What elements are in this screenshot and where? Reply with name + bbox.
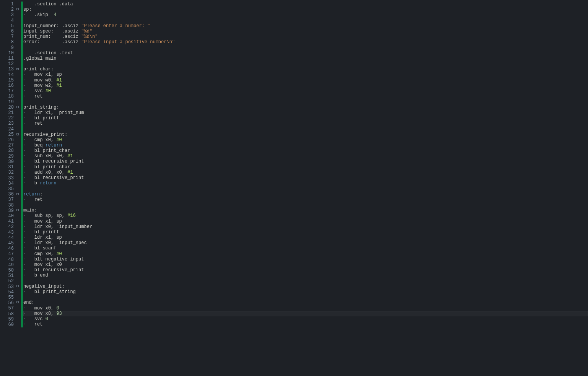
line-number[interactable]: 41 <box>2 219 14 224</box>
line-number[interactable]: 17 <box>2 88 14 94</box>
code-line[interactable]: · mov w0, #1 <box>23 78 588 83</box>
code-line[interactable]: · bl print_char <box>23 164 588 170</box>
code-line[interactable]: · bl recursive_print <box>23 159 588 164</box>
code-line[interactable] <box>23 18 588 23</box>
line-number[interactable]: 47 <box>2 251 14 257</box>
code-line[interactable]: · ret <box>23 94 588 99</box>
line-number[interactable]: 29 <box>2 154 14 159</box>
code-line[interactable] <box>23 202 588 208</box>
fold-column[interactable]: ⊟⊟⊟⊟⊟⊟⊟⊟ <box>16 0 21 376</box>
code-line[interactable]: · blt negative_input <box>23 257 588 262</box>
code-line[interactable]: · bl printf <box>23 230 588 235</box>
code-line[interactable]: · ret <box>23 322 588 327</box>
line-number[interactable]: 20 <box>2 105 14 110</box>
line-number[interactable]: 51 <box>2 273 14 278</box>
line-number[interactable]: 12 <box>2 61 14 67</box>
code-line[interactable]: error: .asciz "Please input a positive n… <box>23 39 588 45</box>
code-line[interactable]: · mov x1, sp <box>23 219 588 224</box>
code-line[interactable]: recursive_print: <box>23 132 588 137</box>
code-line[interactable] <box>23 278 588 284</box>
line-number[interactable]: 57 <box>2 306 14 311</box>
line-number[interactable]: 52 <box>2 278 14 284</box>
code-line[interactable] <box>23 61 588 67</box>
code-line[interactable]: · bl print_char <box>23 148 588 153</box>
line-number[interactable]: 25 <box>2 132 14 137</box>
line-number[interactable]: 54 <box>2 290 14 295</box>
line-number[interactable]: 23 <box>2 121 14 126</box>
code-line[interactable]: · ldr x0, =input_number <box>23 224 588 230</box>
code-line[interactable]: · mov x0, 0 <box>23 306 588 311</box>
line-number[interactable]: 14 <box>2 72 14 78</box>
code-line[interactable]: · ret <box>23 197 588 202</box>
line-number[interactable]: 18 <box>2 94 14 99</box>
line-number[interactable]: 7 <box>2 34 14 39</box>
line-number[interactable]: 49 <box>2 262 14 268</box>
code-area[interactable]: .section .datasp:· .skip 4 input_number:… <box>23 0 588 376</box>
code-line[interactable]: · ldr x1, =print_num <box>23 110 588 116</box>
line-number[interactable]: 50 <box>2 268 14 273</box>
code-line[interactable]: print_num: .asciz "%d\n" <box>23 34 588 39</box>
fold-handle-icon[interactable]: ⊟ <box>16 208 21 213</box>
line-number[interactable]: 48 <box>2 257 14 262</box>
code-line[interactable]: end: <box>23 300 588 305</box>
fold-handle-icon[interactable]: ⊟ <box>16 300 21 305</box>
code-line[interactable]: · bl recursive_print <box>23 267 588 273</box>
line-number[interactable]: 34 <box>2 181 14 186</box>
line-number[interactable]: 21 <box>2 110 14 116</box>
line-number[interactable]: 35 <box>2 186 14 192</box>
line-number[interactable]: 38 <box>2 203 14 208</box>
line-number[interactable]: 39 <box>2 208 14 213</box>
line-number[interactable]: 9 <box>2 45 14 50</box>
code-line[interactable] <box>23 45 588 50</box>
line-number[interactable]: 8 <box>2 39 14 45</box>
line-number[interactable]: 32 <box>2 170 14 175</box>
code-line[interactable]: sp: <box>23 7 588 12</box>
code-line[interactable]: · cmp x0, #0 <box>23 251 588 257</box>
line-number[interactable]: 37 <box>2 197 14 202</box>
code-line[interactable]: main: <box>23 208 588 213</box>
line-number[interactable]: 44 <box>2 235 14 241</box>
line-number[interactable]: 56 <box>2 300 14 306</box>
line-number[interactable]: 3 <box>2 12 14 18</box>
code-line[interactable]: negative_input: <box>23 284 588 289</box>
line-number[interactable]: 1 <box>2 2 14 7</box>
fold-handle-icon[interactable]: ⊟ <box>16 192 21 197</box>
line-number[interactable]: 42 <box>2 224 14 230</box>
code-line[interactable]: · svc #0 <box>23 88 588 94</box>
line-number[interactable]: 58 <box>2 311 14 317</box>
code-line[interactable]: · mov x1, sp <box>23 72 588 77</box>
code-line[interactable]: .section .data <box>23 2 588 7</box>
line-number[interactable]: 59 <box>2 317 14 322</box>
line-number[interactable]: 4 <box>2 18 14 23</box>
line-number[interactable]: 2 <box>2 7 14 12</box>
line-number[interactable]: 27 <box>2 143 14 148</box>
line-number[interactable]: 30 <box>2 159 14 164</box>
line-number[interactable]: 28 <box>2 148 14 153</box>
fold-handle-icon[interactable]: ⊟ <box>16 132 21 137</box>
code-line[interactable]: · mov x8, 93 <box>23 311 588 316</box>
code-line[interactable] <box>23 99 588 104</box>
code-line[interactable]: · ldr x0, =input_spec <box>23 240 588 246</box>
line-number[interactable]: 33 <box>2 176 14 181</box>
code-line[interactable]: · b end <box>23 273 588 278</box>
line-number-gutter[interactable]: 1234567891011121314151617181920212223242… <box>0 0 16 376</box>
code-line[interactable]: · ret <box>23 121 588 126</box>
line-number[interactable]: 43 <box>2 230 14 235</box>
code-line[interactable]: · bl scanf <box>23 246 588 251</box>
code-line[interactable] <box>23 186 588 191</box>
code-line[interactable]: · sub sp, sp, #16 <box>23 213 588 218</box>
line-number[interactable]: 5 <box>2 23 14 29</box>
line-number[interactable]: 46 <box>2 246 14 251</box>
code-editor[interactable]: 1234567891011121314151617181920212223242… <box>0 0 588 376</box>
line-number[interactable]: 15 <box>2 78 14 83</box>
code-line[interactable]: · add x0, x0, #1 <box>23 170 588 175</box>
line-number[interactable]: 11 <box>2 56 14 61</box>
line-number[interactable]: 26 <box>2 137 14 143</box>
code-line[interactable]: · bl printf <box>23 116 588 121</box>
line-number[interactable]: 10 <box>2 50 14 56</box>
line-number[interactable]: 13 <box>2 67 14 72</box>
line-number[interactable]: 55 <box>2 295 14 300</box>
code-line[interactable]: .section .text <box>23 50 588 56</box>
code-line[interactable] <box>23 126 588 132</box>
code-line[interactable]: · bl print_string <box>23 289 588 295</box>
